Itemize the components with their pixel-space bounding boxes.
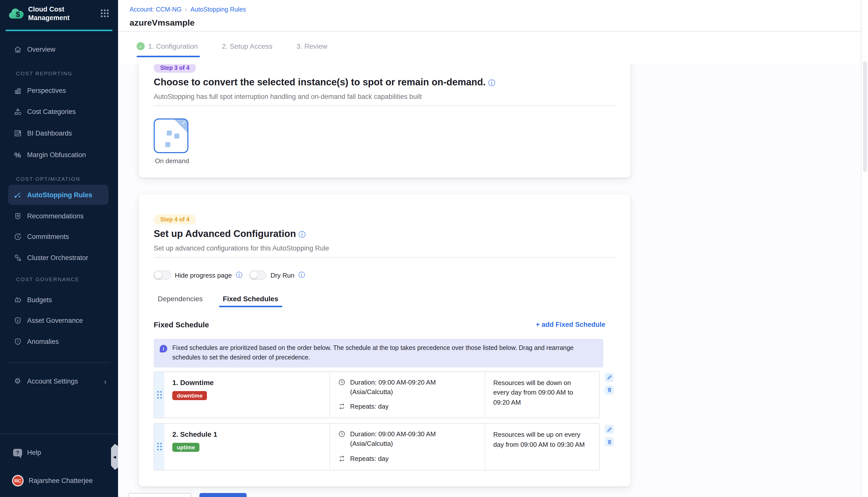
previous-button[interactable]: ❮ Previous	[128, 493, 191, 497]
priority-info-banner: i Fixed schedules are prioritized based …	[154, 339, 603, 368]
sidebar-item-account-settings[interactable]: ⚙ Account Settings ›	[13, 375, 107, 387]
sidebar-item-budgets[interactable]: $ Budgets	[13, 294, 52, 306]
step-badge: Step 3 of 4	[154, 64, 196, 73]
schedule-time-cell: Duration: 09:00 AM-09:20 AM(Asia/Calcutt…	[330, 372, 485, 418]
toggle-knob	[250, 272, 257, 279]
scrollbar-thumb[interactable]	[863, 61, 867, 172]
schedule-actions	[605, 424, 614, 470]
user-name: Rajarshee Chatterjee	[29, 477, 93, 484]
wizard-tabs: ✓ 1. Configuration 2. Setup Access 3. Re…	[118, 32, 861, 64]
schedule-time-cell: Duration: 09:00 AM-09:30 AM(Asia/Calcutt…	[330, 424, 485, 470]
sidebar-item-label: Budgets	[27, 296, 52, 303]
repeat-icon	[338, 403, 346, 412]
tab-label: 2. Setup Access	[222, 42, 272, 50]
tab-setup-access[interactable]: 2. Setup Access	[222, 42, 272, 57]
help-chat-icon: ?	[13, 448, 22, 457]
sidebar-item-label: Overview	[27, 45, 56, 53]
drag-handle[interactable]	[154, 372, 164, 418]
tab-fixed-schedules[interactable]: Fixed Schedules	[219, 295, 282, 307]
sidebar-divider	[0, 434, 118, 434]
user-menu[interactable]: RC Rajarshee Chatterjee	[12, 474, 93, 486]
sidebar-item-perspectives[interactable]: Perspectives	[13, 84, 66, 96]
sidebar-item-label: Perspectives	[27, 87, 66, 94]
sidebar-item-cost-categories[interactable]: Cost Categories	[13, 105, 76, 117]
hexagons-icon	[13, 253, 22, 262]
schedule-summary: Resources will be up on every day from 0…	[493, 430, 586, 450]
dashboard-icon	[13, 129, 22, 138]
on-demand-option-card[interactable]: ✓	[154, 118, 188, 153]
sidebar-item-label: AutoStopping Rules	[27, 191, 92, 199]
sidebar-item-label: Cost Categories	[27, 108, 76, 115]
add-fixed-schedule-button[interactable]: + add Fixed Schedule	[536, 321, 605, 328]
delete-schedule-button[interactable]	[605, 438, 614, 446]
sidebar-item-anomalies[interactable]: Anomalies	[13, 335, 59, 347]
wizard-footer: ❮ Previous ❯ Next	[128, 493, 861, 497]
dry-run-toggle-group: Dry Run ⓘ	[249, 271, 305, 280]
breadcrumb-account-link[interactable]: Account: CCM-NG	[130, 6, 182, 13]
squares-glyph	[165, 142, 170, 147]
sidebar-header: $ Cloud Cost Management	[0, 0, 118, 31]
schedule-repeats: Repeats: day	[350, 454, 389, 464]
fixed-schedule-header-row: Fixed Schedule + add Fixed Schedule	[154, 320, 615, 329]
sidebar-item-help[interactable]: ? Help	[13, 446, 41, 458]
tab-dependencies[interactable]: Dependencies	[154, 295, 207, 307]
tag-icon	[13, 211, 22, 221]
drag-dots-icon	[157, 391, 159, 392]
step-badge: Step 4 of 4	[154, 214, 196, 224]
info-icon[interactable]: ⓘ	[298, 271, 305, 280]
next-button[interactable]: ❯ Next	[199, 493, 247, 497]
collapse-arrow-icon: ◀	[113, 455, 116, 459]
tab-review[interactable]: 3. Review	[297, 42, 327, 57]
clock-cycle-icon	[13, 232, 22, 241]
info-filled-icon: i	[160, 345, 167, 352]
schedule-row: 1. Downtime downtime Duration: 09:00 AM-…	[154, 371, 615, 418]
schedule-duration: Duration: 09:00 AM-09:20 AM(Asia/Calcutt…	[350, 378, 436, 397]
sidebar-item-margin-obfuscation[interactable]: % Margin Obfuscation	[13, 148, 86, 161]
info-icon[interactable]: ⓘ	[299, 230, 306, 239]
divider	[154, 105, 615, 106]
schedule-row-body: 1. Downtime downtime Duration: 09:00 AM-…	[154, 371, 600, 418]
sidebar-item-recommendations[interactable]: Recommendations	[13, 210, 84, 222]
card-heading: Choose to convert the selected instance(…	[154, 77, 615, 88]
breadcrumb: Account: CCM-NG › AutoStopping Rules	[130, 6, 246, 13]
toggle-label: Hide progress page	[175, 271, 232, 279]
schedule-summary-cell: Resources will be up on every day from 0…	[485, 424, 599, 470]
sidebar-item-commitments[interactable]: Commitments	[13, 230, 69, 242]
tab-label: 1. Configuration	[148, 42, 198, 50]
info-icon[interactable]: ⓘ	[236, 271, 242, 280]
bar-chart-icon	[13, 86, 22, 95]
sidebar-collapse-handle[interactable]: ◀	[111, 444, 118, 470]
module-grid-icon[interactable]	[100, 9, 109, 17]
edit-schedule-button[interactable]	[605, 373, 614, 382]
sidebar-item-asset-governance[interactable]: $ Asset Governance	[13, 314, 83, 326]
sidebar-item-cluster-orchestrator[interactable]: Cluster Orchestrator	[13, 252, 88, 264]
tab-configuration[interactable]: ✓ 1. Configuration	[137, 42, 198, 57]
clock-icon	[338, 430, 346, 449]
hide-progress-toggle-group: Hide progress page ⓘ	[154, 271, 242, 280]
sidebar-item-label: Asset Governance	[27, 316, 83, 324]
divider	[154, 257, 615, 257]
home-icon	[13, 45, 22, 54]
sidebar-item-bi-dashboards[interactable]: BI Dashboards	[13, 127, 72, 139]
breadcrumb-page-link[interactable]: AutoStopping Rules	[191, 6, 246, 13]
section-label-cost-optimization: COST OPTIMIZATION	[16, 176, 80, 182]
sidebar-item-overview[interactable]: Overview	[13, 43, 56, 55]
toggles-row: Hide progress page ⓘ Dry Run ⓘ	[154, 271, 615, 280]
schedule-type-badge: uptime	[172, 443, 199, 452]
sidebar-item-autostopping-rules[interactable]: AutoStopping Rules	[13, 189, 92, 201]
app-title: Cloud Cost Management	[28, 5, 83, 23]
drag-handle[interactable]	[154, 424, 164, 470]
section-label-cost-reporting: COST REPORTING	[16, 70, 73, 76]
schedule-name-cell: 1. Downtime downtime	[164, 372, 330, 418]
dry-run-toggle[interactable]	[249, 271, 266, 280]
hide-progress-toggle[interactable]	[154, 271, 171, 280]
delete-schedule-button[interactable]	[605, 386, 614, 395]
check-icon: ✓	[182, 120, 186, 126]
breadcrumb-separator-icon: ›	[185, 6, 187, 13]
piggy-bank-icon: $	[13, 295, 22, 304]
info-icon[interactable]: ⓘ	[488, 79, 495, 87]
edit-schedule-button[interactable]	[605, 425, 614, 434]
autostopping-icon	[13, 190, 22, 199]
squares-glyph	[174, 133, 179, 139]
clock-icon	[338, 379, 346, 397]
